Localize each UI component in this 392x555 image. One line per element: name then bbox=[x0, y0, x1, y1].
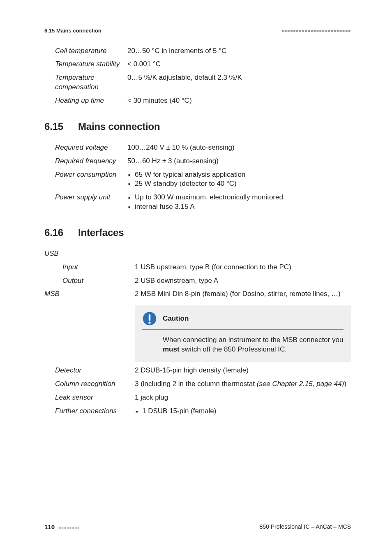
page-footer: 110 ■■■■■■■■ 850 Professional IC – AnCat… bbox=[44, 523, 351, 531]
page-number: 110 bbox=[44, 523, 55, 530]
spec-value: 50…60 Hz ± 3 (auto-sensing) bbox=[127, 155, 351, 168]
caution-body: When connecting an instrument to the MSB… bbox=[142, 335, 344, 354]
spec-label: Further connec­tions bbox=[44, 405, 135, 418]
spec-value: 20…50 °C in increments of 5 °C bbox=[127, 44, 351, 58]
spec-label: Input bbox=[44, 261, 135, 274]
table-row: Temperature compensation 0…5 %/K adjusta… bbox=[44, 71, 351, 94]
spec-value: 2 DSUB-15-pin high density (female) bbox=[135, 364, 351, 377]
spec-label: Required fre­quency bbox=[44, 155, 127, 168]
spec-value: 2 USB downstream, type A bbox=[135, 274, 351, 288]
caution-text-strong: must bbox=[163, 345, 180, 353]
bullet-list: 1 DSUB 15-pin (female) bbox=[135, 407, 351, 416]
spec-value: < 0.001 °C bbox=[127, 58, 351, 71]
spec-label: MSB bbox=[44, 287, 135, 301]
bullet-list: 65 W for typical analysis application 25… bbox=[127, 170, 351, 189]
table-row: Output 2 USB downstream, type A bbox=[44, 274, 351, 288]
spec-label: Power consump­tion bbox=[44, 168, 127, 191]
table-row: MSB 2 MSB Mini Din 8-pin (female) (for D… bbox=[44, 287, 351, 301]
section-number: 6.15 bbox=[44, 120, 78, 133]
list-item: 25 W standby (detector to 40 °C) bbox=[135, 179, 351, 189]
spec-label: Cell tempera­ture bbox=[44, 44, 127, 58]
list-item: internal fuse 3.15 A bbox=[135, 202, 351, 212]
table-row: Input 1 USB upstream, type B (for connec… bbox=[44, 261, 351, 274]
footer-doc-title: 850 Professional IC – AnCat – MCS bbox=[259, 523, 351, 531]
specs-table-615: Required voltage 100…240 V ± 10 % (auto-… bbox=[44, 141, 351, 214]
table-row: Required voltage 100…240 V ± 10 % (auto-… bbox=[44, 141, 351, 155]
spec-value-text: 3 (including 2 in the column thermostat bbox=[135, 380, 257, 388]
caution-text-post: switch off the 850 Professional IC. bbox=[180, 345, 287, 353]
svg-point-2 bbox=[148, 322, 150, 324]
spec-group-label: USB bbox=[44, 247, 351, 261]
table-row: Power consump­tion 65 W for typical anal… bbox=[44, 168, 351, 191]
spec-label: Output bbox=[44, 274, 135, 288]
spec-value: 65 W for typical analysis application 25… bbox=[127, 168, 351, 191]
spec-label: Temperature stability bbox=[44, 58, 127, 71]
page-header: 6.15 Mains connection ■■■■■■■■■■■■■■■■■■… bbox=[44, 27, 351, 35]
page: 6.15 Mains connection ■■■■■■■■■■■■■■■■■■… bbox=[0, 0, 392, 555]
spec-label: Required voltage bbox=[44, 141, 127, 155]
caution-title: Caution bbox=[163, 314, 189, 324]
table-row: Temperature stability < 0.001 °C bbox=[44, 58, 351, 71]
table-row: Power supply unit Up to 300 W maximum, e… bbox=[44, 191, 351, 214]
spec-value: 1 jack plug bbox=[135, 391, 351, 405]
spec-label: Power supply unit bbox=[44, 191, 127, 214]
cross-reference: (see Chapter 2.15, page 44) bbox=[257, 380, 344, 388]
table-row: Further connec­tions 1 DSUB 15-pin (fema… bbox=[44, 405, 351, 418]
table-row: Caution When connecting an instrument to… bbox=[44, 301, 351, 364]
table-row: Required fre­quency 50…60 Hz ± 3 (auto-s… bbox=[44, 155, 351, 168]
spec-label: Column recogni­tion bbox=[44, 377, 135, 391]
spec-value: 1 DSUB 15-pin (female) bbox=[135, 405, 351, 418]
spec-value: 1 USB upstream, type B (for connection t… bbox=[135, 261, 351, 274]
table-row: Cell tempera­ture 20…50 °C in increments… bbox=[44, 44, 351, 58]
spec-value: < 30 minutes (40 °C) bbox=[127, 94, 351, 108]
footer-rule: ■■■■■■■■ bbox=[59, 526, 80, 530]
table-row: Leak sensor 1 jack plug bbox=[44, 391, 351, 405]
section-heading-616: 6.16Interfaces bbox=[44, 226, 351, 239]
caution-text-pre: When connecting an instrument to the MSB… bbox=[163, 336, 343, 344]
caution-box: Caution When connecting an instrument to… bbox=[135, 305, 351, 362]
list-item: 65 W for typical analysis application bbox=[135, 170, 351, 180]
header-section-ref: 6.15 Mains connection bbox=[44, 27, 101, 35]
spec-value: 3 (including 2 in the column thermostat … bbox=[135, 377, 351, 391]
spec-value: 100…240 V ± 10 % (auto-sensing) bbox=[127, 141, 351, 155]
bullet-list: Up to 300 W maximum, electronically moni… bbox=[127, 193, 351, 212]
list-item: 1 DSUB 15-pin (female) bbox=[142, 407, 351, 416]
table-row: Detector 2 DSUB-15-pin high density (fem… bbox=[44, 364, 351, 377]
spec-value: Up to 300 W maximum, electronically moni… bbox=[127, 191, 351, 214]
caution-icon bbox=[142, 311, 157, 326]
specs-table-616: USB Input 1 USB upstream, type B (for co… bbox=[44, 247, 351, 418]
table-row: USB bbox=[44, 247, 351, 261]
spec-label: Heating up time bbox=[44, 94, 127, 108]
table-row: Heating up time < 30 minutes (40 °C) bbox=[44, 94, 351, 108]
spec-value-text-post: ) bbox=[344, 380, 346, 388]
footer-left: 110 ■■■■■■■■ bbox=[44, 523, 80, 531]
svg-rect-1 bbox=[149, 314, 151, 321]
section-title: Mains connection bbox=[78, 121, 160, 132]
header-rule: ■■■■■■■■■■■■■■■■■■■■■■■■ bbox=[281, 28, 351, 34]
spec-label: Detector bbox=[44, 364, 135, 377]
table-row: Column recogni­tion 3 (including 2 in th… bbox=[44, 377, 351, 391]
spec-label: Leak sensor bbox=[44, 391, 135, 405]
spec-value: 2 MSB Mini Din 8-pin (female) (for Dosin… bbox=[135, 287, 351, 301]
spec-label: Temperature compensation bbox=[44, 71, 127, 94]
list-item: Up to 300 W maximum, electronically moni… bbox=[135, 193, 351, 202]
section-number: 6.16 bbox=[44, 226, 78, 239]
section-title: Interfaces bbox=[78, 227, 124, 238]
specs-table-top: Cell tempera­ture 20…50 °C in increments… bbox=[44, 44, 351, 108]
caution-header: Caution bbox=[142, 311, 344, 330]
section-heading-615: 6.15Mains connection bbox=[44, 120, 351, 133]
spec-value: 0…5 %/K adjustable, default 2.3 %/K bbox=[127, 71, 351, 94]
